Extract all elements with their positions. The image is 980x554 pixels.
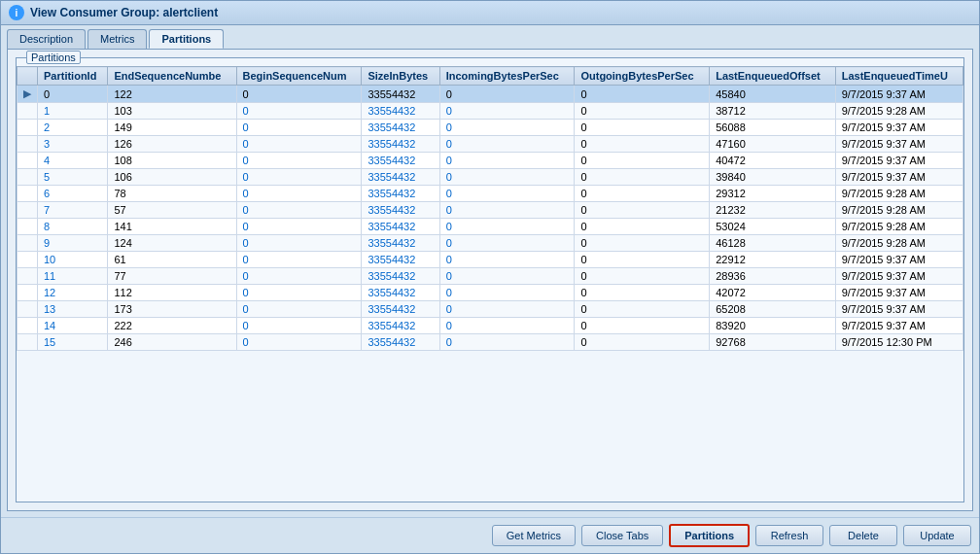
row-arrow (18, 120, 38, 136)
cell-end-seq: 124 (108, 235, 236, 252)
row-arrow (18, 136, 38, 153)
cell-partition-id: 13 (38, 301, 108, 318)
col-partition-id[interactable]: PartitionId (38, 67, 108, 86)
cell-last-enqueued-offset: 83920 (710, 318, 836, 334)
table-row[interactable]: 1211203355443200420729/7/2015 9:37 AM (18, 285, 963, 301)
cell-begin-seq: 0 (236, 169, 362, 186)
cell-partition-id: 0 (38, 86, 108, 103)
table-row[interactable]: 67803355443200293129/7/2015 9:28 AM (18, 186, 963, 202)
cell-incoming: 0 (439, 301, 575, 318)
cell-last-enqueued-time: 9/7/2015 9:28 AM (835, 186, 962, 202)
cell-outgoing: 0 (575, 136, 710, 153)
table-row[interactable]: 1317303355443200652089/7/2015 9:37 AM (18, 301, 963, 318)
table-row[interactable]: 1524603355443200927689/7/2015 12:30 PM (18, 334, 963, 351)
cell-outgoing: 0 (575, 120, 710, 136)
cell-size-bytes: 33554432 (362, 301, 439, 318)
cell-begin-seq: 0 (236, 202, 362, 219)
table-row[interactable]: 75703355443200212329/7/2015 9:28 AM (18, 202, 963, 219)
partitions-button[interactable]: Partitions (669, 524, 750, 547)
cell-last-enqueued-offset: 40472 (710, 153, 836, 169)
main-window: i View Consumer Group: alertclient Descr… (0, 0, 980, 554)
cell-incoming: 0 (439, 285, 575, 301)
table-row[interactable]: ▶012203355443200458409/7/2015 9:37 AM (18, 86, 963, 103)
cell-end-seq: 57 (108, 202, 236, 219)
cell-size-bytes: 33554432 (362, 202, 439, 219)
update-button[interactable]: Update (903, 525, 971, 546)
cell-outgoing: 0 (575, 219, 710, 235)
cell-last-enqueued-offset: 65208 (710, 301, 836, 318)
row-arrow (18, 153, 38, 169)
cell-size-bytes: 33554432 (362, 153, 439, 169)
cell-last-enqueued-offset: 42072 (710, 285, 836, 301)
cell-partition-id: 15 (38, 334, 108, 351)
col-outgoing[interactable]: OutgoingBytesPerSec (575, 67, 710, 86)
table-row[interactable]: 410803355443200404729/7/2015 9:37 AM (18, 153, 963, 169)
col-size-bytes[interactable]: SizeInBytes (362, 67, 439, 86)
col-incoming[interactable]: IncomingBytesPerSec (439, 67, 575, 86)
table-row[interactable]: 117703355443200289369/7/2015 9:37 AM (18, 268, 963, 285)
cell-end-seq: 78 (108, 186, 236, 202)
cell-size-bytes: 33554432 (362, 120, 439, 136)
table-row[interactable]: 1422203355443200839209/7/2015 9:37 AM (18, 318, 963, 334)
cell-last-enqueued-offset: 56088 (710, 120, 836, 136)
row-arrow: ▶ (18, 86, 38, 103)
cell-outgoing: 0 (575, 103, 710, 120)
table-row[interactable]: 312603355443200471609/7/2015 9:37 AM (18, 136, 963, 153)
cell-begin-seq: 0 (236, 103, 362, 120)
cell-outgoing: 0 (575, 153, 710, 169)
cell-partition-id: 11 (38, 268, 108, 285)
tab-description[interactable]: Description (7, 29, 86, 49)
table-row[interactable]: 110303355443200387129/7/2015 9:28 AM (18, 103, 963, 120)
cell-last-enqueued-offset: 53024 (710, 219, 836, 235)
cell-end-seq: 122 (108, 86, 236, 103)
table-row[interactable]: 214903355443200560889/7/2015 9:37 AM (18, 120, 963, 136)
close-tabs-button[interactable]: Close Tabs (581, 525, 663, 546)
cell-last-enqueued-time: 9/7/2015 9:37 AM (835, 318, 962, 334)
partitions-group-box: Partitions PartitionId EndSequenceNumbe … (16, 57, 964, 502)
cell-last-enqueued-offset: 28936 (710, 268, 836, 285)
cell-partition-id: 1 (38, 103, 108, 120)
cell-last-enqueued-time: 9/7/2015 9:37 AM (835, 252, 962, 268)
tab-partitions[interactable]: Partitions (149, 29, 224, 49)
cell-begin-seq: 0 (236, 136, 362, 153)
col-begin-seq[interactable]: BeginSequenceNum (236, 67, 362, 86)
row-arrow (18, 268, 38, 285)
cell-begin-seq: 0 (236, 235, 362, 252)
cell-incoming: 0 (439, 136, 575, 153)
table-row[interactable]: 912403355443200461289/7/2015 9:28 AM (18, 235, 963, 252)
bottom-bar: Get Metrics Close Tabs Partitions Refres… (1, 517, 979, 553)
cell-last-enqueued-offset: 22912 (710, 252, 836, 268)
cell-size-bytes: 33554432 (362, 334, 439, 351)
cell-end-seq: 126 (108, 136, 236, 153)
cell-size-bytes: 33554432 (362, 86, 439, 103)
col-arrow (18, 67, 38, 86)
cell-last-enqueued-offset: 29312 (710, 186, 836, 202)
col-last-enqueued-time[interactable]: LastEnqueuedTimeU (835, 67, 962, 86)
cell-end-seq: 106 (108, 169, 236, 186)
row-arrow (18, 235, 38, 252)
table-row[interactable]: 106103355443200229129/7/2015 9:37 AM (18, 252, 963, 268)
cell-partition-id: 4 (38, 153, 108, 169)
table-row[interactable]: 814103355443200530249/7/2015 9:28 AM (18, 219, 963, 235)
cell-end-seq: 222 (108, 318, 236, 334)
col-last-enqueued-offset[interactable]: LastEnqueuedOffset (710, 67, 836, 86)
cell-last-enqueued-time: 9/7/2015 9:37 AM (835, 86, 962, 103)
col-end-seq[interactable]: EndSequenceNumbe (108, 67, 236, 86)
cell-begin-seq: 0 (236, 252, 362, 268)
cell-outgoing: 0 (575, 202, 710, 219)
cell-end-seq: 112 (108, 285, 236, 301)
cell-incoming: 0 (439, 334, 575, 351)
cell-end-seq: 103 (108, 103, 236, 120)
get-metrics-button[interactable]: Get Metrics (492, 525, 576, 546)
cell-outgoing: 0 (575, 252, 710, 268)
cell-incoming: 0 (439, 252, 575, 268)
table-row[interactable]: 510603355443200398409/7/2015 9:37 AM (18, 169, 963, 186)
tab-metrics[interactable]: Metrics (88, 29, 147, 49)
cell-last-enqueued-offset: 92768 (710, 334, 836, 351)
delete-button[interactable]: Delete (829, 525, 897, 546)
refresh-button[interactable]: Refresh (755, 525, 823, 546)
table-body: ▶012203355443200458409/7/2015 9:37 AM110… (18, 86, 963, 351)
cell-partition-id: 3 (38, 136, 108, 153)
content-area: Partitions PartitionId EndSequenceNumbe … (7, 49, 973, 511)
partitions-table-container[interactable]: PartitionId EndSequenceNumbe BeginSequen… (17, 66, 963, 502)
